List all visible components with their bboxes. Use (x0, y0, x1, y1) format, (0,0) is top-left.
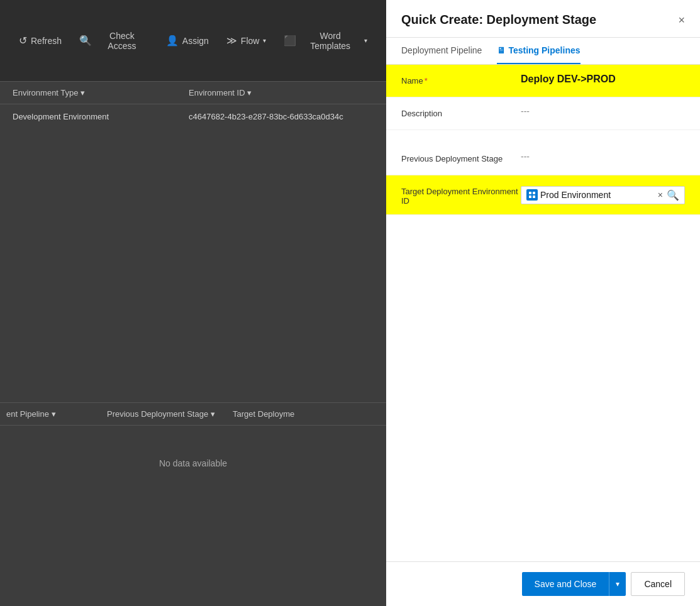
tab-deployment-pipeline-label: Deployment Pipeline (401, 45, 482, 55)
modal-footer: Save and Close ▾ Cancel (386, 561, 700, 606)
modal-body: Name* Description --- Previous Deploymen… (386, 65, 700, 561)
table-area-bottom: ent Pipeline ▾ Previous Deployment Stage… (0, 402, 386, 578)
env-clear-button[interactable]: × (658, 190, 663, 200)
toolbar: ↺ Refresh 🔍 Check Access 👤 Assign ≫ Flow… (0, 0, 386, 82)
modal-panel: Quick Create: Deployment Stage × Deploym… (386, 0, 700, 606)
env-search-button[interactable]: 🔍 (667, 189, 679, 201)
word-templates-label: Word Templates (300, 31, 360, 51)
save-close-chevron-icon: ▾ (616, 580, 619, 588)
assign-icon: 👤 (166, 35, 179, 47)
close-button[interactable]: × (678, 14, 685, 26)
refresh-icon: ↺ (19, 35, 27, 47)
tab-testing-pipelines[interactable]: 🖥Testing Pipelines (497, 38, 580, 64)
table-area-top: Environment Type ▾ Environment ID ▾ Deve… (0, 82, 386, 402)
flow-icon: ≫ (226, 35, 237, 47)
description-label: Description (401, 106, 521, 118)
svg-rect-3 (529, 196, 531, 198)
col-prev-stage-header[interactable]: Previous Deployment Stage ▾ (107, 409, 233, 419)
modal-tabs: Deployment Pipeline 🖥Testing Pipelines (386, 38, 700, 65)
table-bottom-header: ent Pipeline ▾ Previous Deployment Stage… (0, 403, 386, 426)
refresh-button[interactable]: ↺ Refresh (13, 31, 68, 50)
no-data-message: No data available (0, 426, 386, 501)
table-row[interactable]: Development Environment c4647682-4b23-e2… (0, 104, 386, 129)
cancel-button[interactable]: Cancel (631, 572, 685, 596)
table-header-row: Environment Type ▾ Environment ID ▾ (0, 82, 386, 104)
flow-label: Flow (241, 36, 260, 46)
col-pipeline-header[interactable]: ent Pipeline ▾ (6, 409, 107, 419)
word-templates-icon: ⬛ (284, 35, 296, 47)
col-env-type-header[interactable]: Environment Type ▾ (13, 88, 189, 97)
save-close-button-group: Save and Close ▾ (522, 572, 626, 596)
env-tag: Prod Environment (526, 189, 654, 201)
check-access-icon: 🔍 (79, 35, 92, 47)
target-env-row: Target Deployment Environment ID Prod En… (386, 175, 700, 215)
svg-rect-4 (533, 196, 535, 198)
flow-button[interactable]: ≫ Flow ▾ (220, 31, 273, 50)
save-close-button[interactable]: Save and Close (522, 572, 609, 596)
name-label: Name* (401, 74, 521, 85)
modal-header: Quick Create: Deployment Stage × (386, 0, 700, 38)
svg-rect-2 (533, 192, 535, 194)
prev-deployment-value[interactable]: --- (521, 152, 685, 162)
word-templates-chevron-icon: ▾ (364, 37, 367, 44)
modal-title: Quick Create: Deployment Stage (401, 13, 596, 27)
env-name: Prod Environment (540, 190, 611, 200)
col-target-deploy-header[interactable]: Target Deployme (233, 409, 380, 419)
env-id-cell: c4647682-4b23-e287-83bc-6d633ca0d34c (189, 112, 374, 121)
spacer (386, 130, 700, 143)
refresh-label: Refresh (31, 36, 62, 46)
description-value[interactable]: --- (521, 106, 685, 116)
check-access-button[interactable]: 🔍 Check Access (73, 27, 155, 55)
prev-deployment-row: Previous Deployment Stage --- (386, 143, 700, 175)
env-tag-icon (526, 189, 538, 201)
name-row: Name* (386, 65, 700, 97)
name-value[interactable] (521, 74, 685, 85)
target-env-label: Target Deployment Environment ID (401, 184, 521, 206)
target-env-field[interactable]: Prod Environment × 🔍 (521, 186, 685, 204)
assign-label: Assign (182, 36, 209, 46)
col-env-id-header[interactable]: Environment ID ▾ (189, 88, 365, 97)
assign-button[interactable]: 👤 Assign (160, 31, 215, 50)
save-close-dropdown-button[interactable]: ▾ (609, 572, 626, 596)
word-templates-button[interactable]: ⬛ Word Templates ▾ (277, 27, 374, 55)
check-access-label: Check Access (96, 31, 148, 51)
tab-testing-pipelines-label: Testing Pipelines (508, 45, 580, 55)
testing-pipelines-icon: 🖥 (497, 45, 506, 55)
name-required: * (425, 76, 428, 85)
name-input[interactable] (521, 74, 685, 85)
description-row: Description --- (386, 97, 700, 130)
prev-deployment-label: Previous Deployment Stage (401, 152, 521, 163)
svg-rect-1 (529, 192, 531, 194)
tab-deployment-pipeline[interactable]: Deployment Pipeline (401, 38, 482, 64)
env-type-cell: Development Environment (13, 112, 189, 121)
flow-chevron-icon: ▾ (263, 37, 266, 44)
